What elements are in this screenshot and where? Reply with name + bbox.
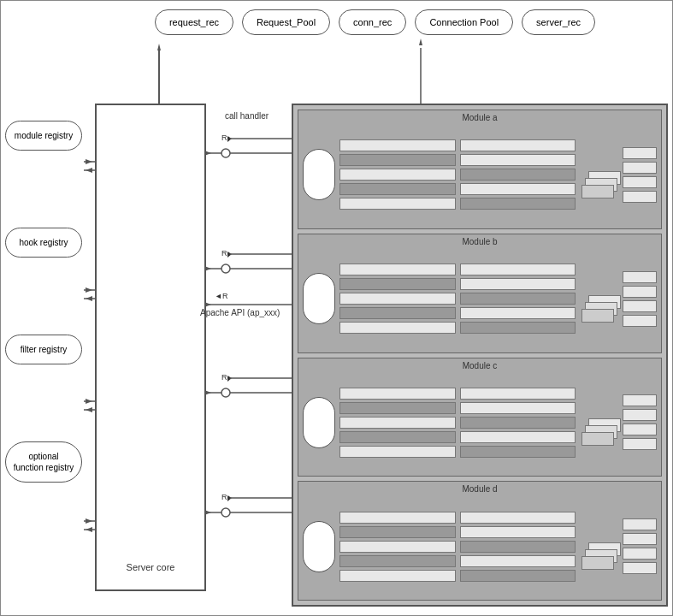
modules-area: Module a xyxy=(292,104,668,607)
svg-point-42 xyxy=(221,388,230,397)
svg-marker-18 xyxy=(86,407,92,412)
rect xyxy=(339,512,456,524)
module-d-folders xyxy=(580,497,618,595)
filter-registry-oval: filter registry xyxy=(5,335,82,364)
rect xyxy=(460,322,576,334)
module-a-block: Module a xyxy=(298,110,662,229)
module-a-folders xyxy=(580,126,618,224)
svg-point-49 xyxy=(221,508,230,517)
rect xyxy=(339,322,456,334)
module-a-rects-3 xyxy=(623,126,657,224)
oval-request-pool: Request_Pool xyxy=(242,9,330,35)
module-a-pill xyxy=(303,149,335,200)
rect xyxy=(460,446,576,458)
svg-text:◄R: ◄R xyxy=(215,292,228,300)
rect xyxy=(623,438,657,450)
rect xyxy=(623,286,657,298)
svg-marker-20 xyxy=(86,518,92,524)
module-b-block: Module b xyxy=(298,234,662,353)
svg-text:R: R xyxy=(221,249,227,258)
top-ovals-row: request_rec Request_Pool conn_rec Connec… xyxy=(86,9,664,35)
rect xyxy=(623,562,657,574)
svg-marker-10 xyxy=(86,168,92,173)
module-c-folders xyxy=(580,374,618,472)
svg-marker-2 xyxy=(157,44,161,50)
module-d-rects-2 xyxy=(460,497,576,595)
optional-function-registry-oval: optional function registry xyxy=(5,441,82,483)
rect xyxy=(460,512,576,524)
module-b-pill xyxy=(303,273,335,324)
oval-connection-pool: Connection Pool xyxy=(415,9,513,35)
rect xyxy=(623,518,657,530)
rect xyxy=(339,446,456,458)
module-a-rects-1 xyxy=(339,126,456,224)
module-c-pill xyxy=(303,397,335,448)
module-a-label: Module a xyxy=(462,113,497,122)
rect xyxy=(339,198,456,210)
svg-marker-24 xyxy=(227,136,232,142)
rect xyxy=(339,139,456,151)
rect xyxy=(339,169,456,181)
svg-point-32 xyxy=(221,264,230,273)
svg-marker-22 xyxy=(86,527,92,532)
rect xyxy=(460,388,576,400)
apache-api-text: Apache API (ap_xxx) xyxy=(200,307,280,318)
module-c-label: Module c xyxy=(463,361,498,370)
svg-marker-41 xyxy=(227,376,232,382)
module-c-rects-3 xyxy=(623,374,657,472)
rect xyxy=(460,570,576,582)
module-registry-oval: module registry xyxy=(5,121,82,151)
module-b-rects-2 xyxy=(460,250,576,348)
server-core-label: Server core xyxy=(127,562,175,572)
module-b-rects-1 xyxy=(339,250,456,348)
rect xyxy=(339,388,456,400)
svg-marker-14 xyxy=(86,296,92,301)
rect xyxy=(339,541,456,553)
server-core-box: Server core xyxy=(95,104,206,591)
module-d-pill xyxy=(303,521,335,572)
module-d-rects-3 xyxy=(623,497,657,595)
rect xyxy=(623,300,657,312)
rect xyxy=(460,183,576,195)
rect xyxy=(339,183,456,195)
oval-request-rec: request_rec xyxy=(155,9,233,35)
module-a-rects-2 xyxy=(460,126,576,224)
rect xyxy=(460,293,576,305)
rect xyxy=(623,162,657,174)
oval-conn-rec: conn_rec xyxy=(339,9,406,35)
oval-server-rec: server_rec xyxy=(522,9,595,35)
rect xyxy=(339,154,456,166)
rect xyxy=(623,409,657,421)
svg-point-25 xyxy=(221,149,230,157)
module-c-rects-2 xyxy=(460,374,576,472)
svg-text:R: R xyxy=(221,373,227,382)
svg-text:R: R xyxy=(221,133,227,142)
rect xyxy=(623,548,657,560)
diagram-container: request_rec Request_Pool conn_rec Connec… xyxy=(0,0,673,616)
module-b-label: Module b xyxy=(462,237,497,246)
rect xyxy=(623,424,657,435)
rect xyxy=(460,417,576,429)
module-c-rects-1 xyxy=(339,374,456,472)
hook-registry-oval: hook registry xyxy=(5,228,82,258)
svg-marker-12 xyxy=(86,287,92,293)
rect xyxy=(460,154,576,166)
rect xyxy=(460,526,576,538)
rect xyxy=(339,402,456,414)
svg-marker-8 xyxy=(86,159,92,164)
module-b-folders xyxy=(580,250,618,348)
module-d-label: Module d xyxy=(462,484,497,494)
svg-marker-48 xyxy=(227,495,232,501)
rect xyxy=(460,278,576,290)
rect xyxy=(460,307,576,319)
rect xyxy=(339,264,456,275)
rect xyxy=(623,394,657,406)
rect xyxy=(339,307,456,319)
rect xyxy=(339,417,456,429)
rect xyxy=(623,315,657,327)
svg-marker-31 xyxy=(227,252,232,258)
rect xyxy=(460,541,576,553)
rect xyxy=(339,570,456,582)
rect xyxy=(460,169,576,181)
rect xyxy=(623,176,657,188)
